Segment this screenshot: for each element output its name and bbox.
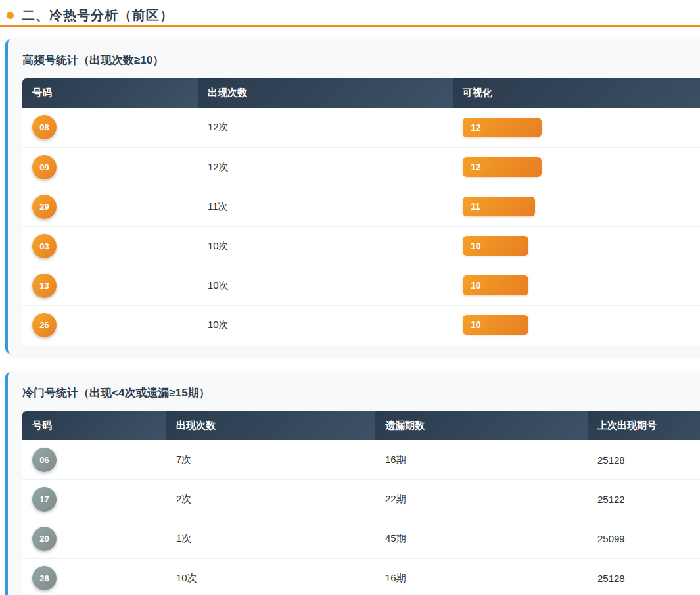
cold-table-header-row: 号码 出现次数 遗漏期数 上次出现期号: [22, 411, 700, 440]
hot-card-title: 高频号统计（出现次数≥10）: [22, 53, 700, 68]
last-period-cell: 25122: [588, 480, 700, 519]
table-row: 06 7次 16期 25128: [22, 440, 700, 480]
number-badge: 13: [32, 274, 57, 298]
count-cell: 10次: [198, 266, 453, 305]
table-row: 13 10次 10: [22, 266, 700, 305]
number-badge: 08: [32, 115, 57, 139]
missing-cell: 16期: [375, 559, 588, 595]
cold-numbers-card: 冷门号统计（出现<4次或遗漏≥15期） 号码 出现次数 遗漏期数 上次出现期号 …: [5, 372, 700, 595]
missing-cell: 22期: [375, 480, 588, 519]
number-badge: 03: [32, 234, 57, 258]
table-row: 08 12次 12: [22, 108, 700, 147]
frequency-bar: 10: [463, 275, 528, 295]
table-row: 17 2次 22期 25122: [22, 480, 700, 519]
hot-col-header-count: 出现次数: [198, 78, 453, 108]
cold-col-header-count: 出现次数: [166, 411, 375, 440]
cold-col-header-number: 号码: [22, 411, 166, 440]
count-cell: 10次: [198, 226, 453, 266]
number-badge: 26: [32, 566, 57, 590]
hot-numbers-card: 高频号统计（出现次数≥10） 号码 出现次数 可视化 08 12次 12 09 …: [5, 39, 700, 354]
frequency-bar: 10: [463, 236, 528, 256]
hot-table-header-row: 号码 出现次数 可视化: [22, 78, 700, 108]
bullet-icon: [7, 12, 14, 19]
number-badge: 26: [32, 313, 57, 337]
last-period-cell: 25099: [588, 519, 700, 559]
count-cell: 10次: [198, 305, 453, 345]
table-row: 03 10次 10: [22, 226, 700, 266]
count-cell: 11次: [198, 187, 453, 226]
number-badge: 09: [32, 155, 57, 179]
missing-cell: 16期: [375, 440, 588, 480]
table-row: 29 11次 11: [22, 187, 700, 226]
last-period-cell: 25128: [588, 440, 700, 480]
cold-col-header-last-period: 上次出现期号: [588, 411, 700, 440]
number-badge: 29: [32, 195, 57, 219]
count-cell: 12次: [198, 108, 453, 147]
section-divider: [0, 25, 700, 27]
last-period-cell: 25128: [588, 559, 700, 595]
count-cell: 2次: [166, 480, 375, 519]
hot-col-header-number: 号码: [22, 78, 198, 108]
number-badge: 06: [32, 448, 57, 472]
table-row: 09 12次 12: [22, 147, 700, 187]
cold-numbers-table: 号码 出现次数 遗漏期数 上次出现期号 06 7次 16期 25128 17 2…: [22, 411, 700, 595]
hot-col-header-visualization: 可视化: [453, 78, 700, 108]
table-row: 26 10次 10: [22, 305, 700, 345]
count-cell: 12次: [198, 147, 453, 187]
frequency-bar: 12: [463, 157, 542, 177]
number-badge: 20: [32, 527, 57, 551]
count-cell: 1次: [166, 519, 375, 559]
section-header: 二、冷热号分析（前区）: [0, 0, 700, 24]
missing-cell: 45期: [375, 519, 588, 559]
number-badge: 17: [32, 487, 57, 512]
frequency-bar: 12: [463, 118, 542, 137]
cold-col-header-missing: 遗漏期数: [375, 411, 588, 440]
count-cell: 7次: [166, 440, 375, 480]
cold-card-title: 冷门号统计（出现<4次或遗漏≥15期）: [22, 385, 700, 400]
section-title: 二、冷热号分析（前区）: [22, 7, 174, 24]
frequency-bar: 11: [463, 197, 535, 216]
count-cell: 10次: [166, 559, 375, 595]
table-row: 20 1次 45期 25099: [22, 519, 700, 559]
table-row: 26 10次 16期 25128: [22, 559, 700, 595]
frequency-bar: 10: [463, 315, 528, 335]
hot-numbers-table: 号码 出现次数 可视化 08 12次 12 09 12次 12 29 11次 1…: [22, 78, 700, 345]
